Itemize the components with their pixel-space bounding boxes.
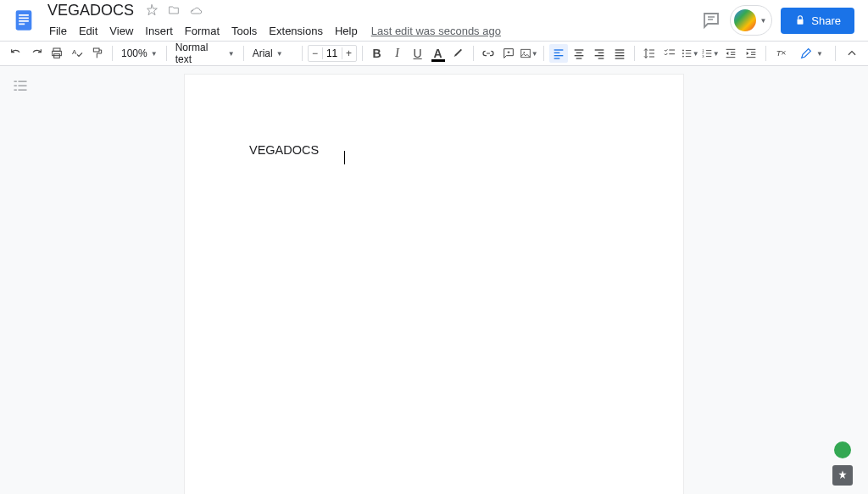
share-label: Share [811,14,841,27]
separator [835,46,836,61]
menu-bar: File Edit View Insert Format Tools Exten… [44,21,701,40]
text-cursor [344,151,345,164]
separator [112,46,113,61]
separator [362,46,363,61]
zoom-select[interactable]: 100%▼ [118,46,161,61]
svg-text:A: A [72,48,77,56]
numbered-list-button[interactable]: 123▼ [701,44,720,63]
font-size-input[interactable] [322,47,342,59]
chevron-down-icon: ▼ [531,50,538,58]
document-canvas[interactable]: VEGADOCS [0,66,868,494]
svg-rect-3 [19,20,29,22]
title-area: VEGADOCS File Edit View Insert Format To… [44,1,701,40]
svg-rect-66 [19,89,27,91]
svg-text:3: 3 [702,54,704,58]
docs-logo[interactable] [7,3,41,37]
text-color-button[interactable]: A [429,44,448,63]
svg-rect-12 [93,48,99,52]
menu-view[interactable]: View [104,23,138,39]
header-bar: VEGADOCS File Edit View Insert Format To… [0,0,868,41]
chevron-down-icon: ▼ [760,17,766,25]
font-size-increase[interactable]: + [342,47,356,59]
editing-mode-button[interactable]: ▼ [794,45,828,62]
undo-button[interactable] [7,44,25,63]
svg-rect-64 [19,85,27,86]
separator [473,46,474,61]
lock-icon [794,14,806,26]
separator [765,46,766,61]
menu-file[interactable]: File [44,23,72,39]
last-edit-link[interactable]: Last edit was seconds ago [371,25,501,37]
chevron-down-icon: ▼ [228,50,235,58]
explore-icon [837,469,849,481]
decrease-indent-button[interactable] [721,44,740,63]
svg-rect-61 [14,80,17,82]
svg-rect-7 [798,19,804,25]
align-left-button[interactable] [549,44,568,63]
svg-rect-65 [14,89,17,91]
align-justify-button[interactable] [610,44,629,63]
comment-history-icon[interactable] [701,10,721,31]
spellcheck-button[interactable]: A [68,44,86,63]
svg-rect-2 [19,18,29,19]
document-text[interactable]: VEGADOCS [249,143,319,157]
star-icon[interactable] [144,3,159,18]
chevron-down-icon: ▼ [816,50,823,58]
separator [243,46,244,61]
italic-button[interactable]: I [388,44,407,63]
menu-tools[interactable]: Tools [226,23,262,39]
align-right-button[interactable] [590,44,609,63]
highlight-button[interactable] [449,44,468,63]
svg-rect-1 [19,14,29,16]
svg-point-38 [682,50,684,52]
insert-comment-button[interactable] [499,44,518,63]
share-button[interactable]: Share [781,8,854,34]
increase-indent-button[interactable] [742,44,760,63]
chevron-down-icon: ▼ [151,50,158,58]
svg-rect-63 [14,85,17,86]
menu-help[interactable]: Help [330,23,363,39]
menu-extensions[interactable]: Extensions [264,23,328,39]
checklist-button[interactable] [660,44,679,63]
paint-format-button[interactable] [88,44,107,63]
menu-edit[interactable]: Edit [74,23,103,39]
svg-point-16 [523,52,525,53]
insert-link-button[interactable] [479,44,498,63]
bulleted-list-button[interactable]: ▼ [681,44,699,63]
print-button[interactable] [47,44,66,63]
svg-rect-4 [19,24,25,25]
document-title[interactable]: VEGADOCS [44,2,137,19]
move-icon[interactable] [166,3,181,18]
redo-button[interactable] [27,44,46,63]
cloud-status-icon[interactable] [188,3,203,18]
chevron-down-icon: ▼ [276,50,283,58]
svg-point-42 [682,56,684,58]
underline-button[interactable]: U [409,44,427,63]
document-page[interactable]: VEGADOCS [185,75,683,494]
menu-insert[interactable]: Insert [140,23,178,39]
svg-rect-8 [53,48,60,51]
chevron-down-icon: ▼ [693,50,699,58]
line-spacing-button[interactable] [640,44,659,63]
clear-formatting-button[interactable]: T [771,44,790,63]
toolbar: A 100%▼ Normal text▼ Arial▼ − + B I U A … [0,41,868,66]
outline-toggle-button[interactable] [12,78,29,95]
insert-image-button[interactable]: ▼ [520,44,538,63]
separator [302,46,303,61]
paragraph-style-select[interactable]: Normal text▼ [172,40,238,67]
presence-badge[interactable] [834,441,851,458]
account-switcher[interactable]: ▼ [730,5,772,36]
font-select[interactable]: Arial▼ [249,46,297,61]
svg-rect-62 [19,80,27,82]
menu-format[interactable]: Format [180,23,225,39]
collapse-toolbar-button[interactable] [843,44,861,63]
bold-button[interactable]: B [368,44,387,63]
font-size-decrease[interactable]: − [309,47,322,59]
docs-icon [12,8,36,32]
explore-button[interactable] [832,465,853,486]
font-size-group: − + [308,45,357,62]
separator [543,46,544,61]
align-center-button[interactable] [570,44,588,63]
user-avatar [732,8,758,33]
svg-text:T: T [776,49,782,58]
